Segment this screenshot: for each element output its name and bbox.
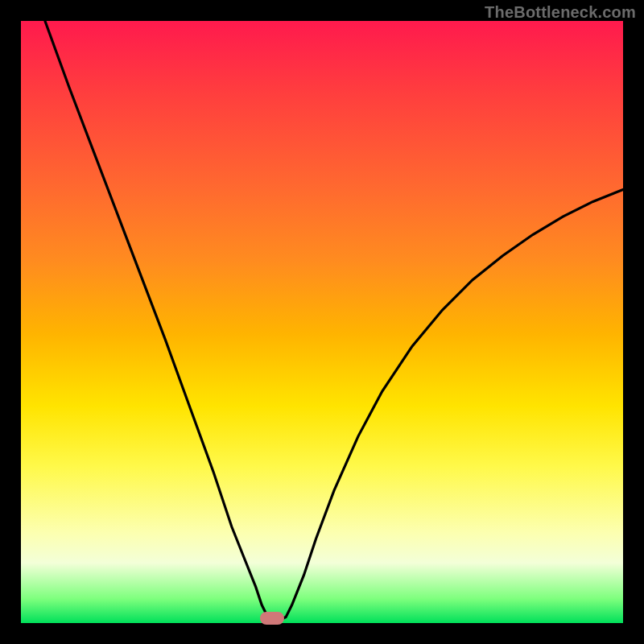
plot-area: [21, 21, 623, 623]
minimum-marker: [260, 612, 284, 625]
chart-frame: TheBottleneck.com: [0, 0, 644, 644]
watermark-text: TheBottleneck.com: [485, 3, 636, 22]
bottleneck-curve: [21, 21, 623, 623]
